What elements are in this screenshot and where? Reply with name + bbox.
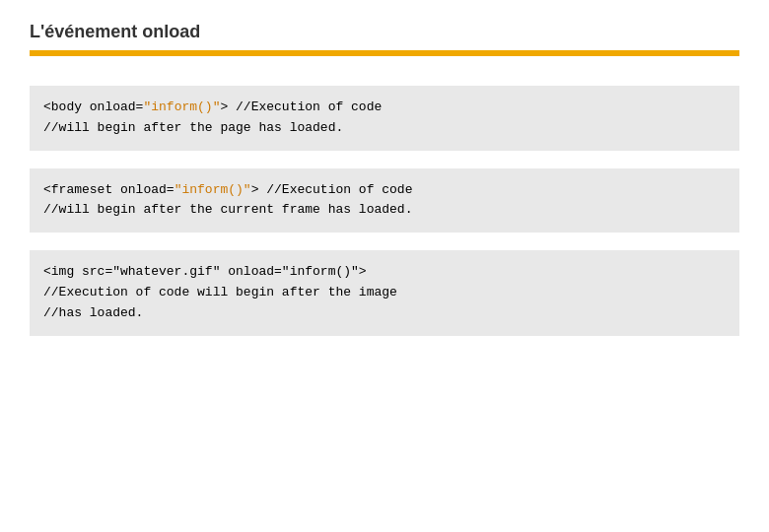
code-text: //will begin after the page has loaded.: [43, 120, 343, 135]
code-text: > //Execution of code: [220, 100, 382, 114]
slide-title: L'événement onload: [30, 22, 739, 42]
code-block-1: <body onload="inform()"> //Execution of …: [30, 86, 739, 151]
code-text: //has loaded.: [43, 305, 143, 320]
code-text: <frameset onload=: [43, 182, 175, 197]
code-line: //Execution of code will begin after the…: [43, 283, 726, 303]
code-line: <body onload="inform()"> //Execution of …: [43, 98, 726, 118]
code-keyword: "inform()": [143, 100, 220, 114]
code-text: <body onload=: [43, 100, 143, 114]
code-text: //will begin after the current frame has…: [43, 202, 412, 217]
code-line: <img src="whatever.gif" onload="inform()…: [43, 262, 726, 283]
code-line: //will begin after the page has loaded.: [43, 118, 726, 139]
content-area: <body onload="inform()"> //Execution of …: [0, 56, 769, 356]
code-line: <frameset onload="inform()"> //Execution…: [43, 180, 726, 201]
code-text: <img src="whatever.gif" onload="inform()…: [43, 264, 367, 279]
code-block-3: <img src="whatever.gif" onload="inform()…: [30, 250, 739, 335]
title-area: L'événement onload: [0, 0, 769, 56]
slide-container: L'événement onload <body onload="inform(…: [0, 0, 769, 532]
code-text: > //Execution of code: [251, 182, 413, 197]
code-line: //will begin after the current frame has…: [43, 200, 726, 221]
code-line: //has loaded.: [43, 303, 726, 324]
code-text: //Execution of code will begin after the…: [43, 285, 397, 299]
code-block-2: <frameset onload="inform()"> //Execution…: [30, 168, 739, 233]
code-keyword: "inform()": [175, 182, 251, 197]
